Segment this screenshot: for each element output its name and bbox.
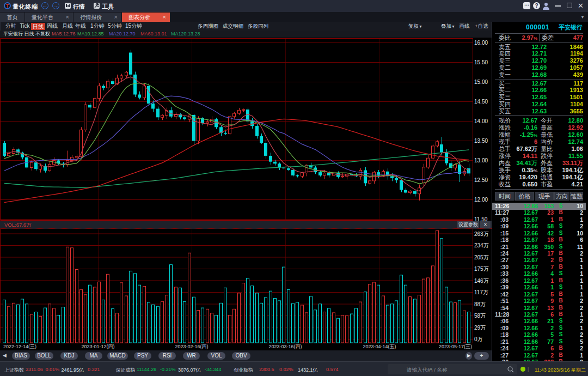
svg-text:205万: 205万 [474, 254, 489, 260]
svg-text:12.50: 12.50 [474, 177, 488, 183]
svg-text:15.50: 15.50 [474, 59, 488, 65]
svg-text:16.00: 16.00 [474, 40, 488, 46]
svg-text:15.00: 15.00 [474, 79, 488, 85]
svg-text:12.00: 12.00 [474, 197, 488, 203]
svg-text:234万: 234万 [474, 242, 489, 248]
svg-text:146万: 146万 [474, 278, 489, 284]
svg-text:14.50: 14.50 [474, 99, 488, 105]
svg-text:29万: 29万 [474, 325, 486, 331]
svg-text:175万: 175万 [474, 266, 489, 272]
svg-text:117万: 117万 [474, 289, 488, 295]
svg-text:58万: 58万 [474, 313, 486, 319]
svg-text:88万: 88万 [474, 301, 486, 307]
svg-text:14.00: 14.00 [474, 118, 488, 124]
svg-text:263万: 263万 [474, 231, 489, 237]
svg-text:13.50: 13.50 [474, 138, 488, 144]
svg-text:13.00: 13.00 [474, 157, 488, 163]
svg-text:0万: 0万 [474, 336, 483, 342]
